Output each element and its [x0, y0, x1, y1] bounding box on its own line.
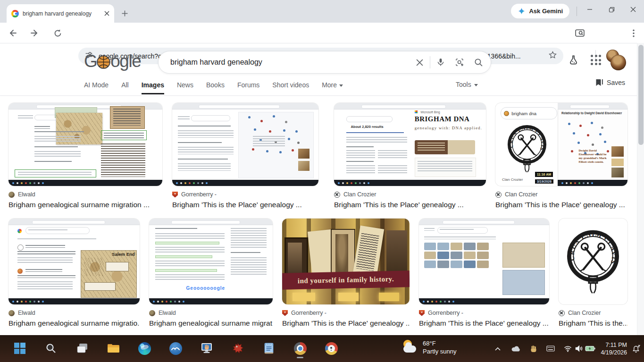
tab-ai-mode[interactable]: AI Mode: [84, 81, 109, 94]
browser-tab-strip: brigham harvard genealogy Ask Gemini: [0, 0, 644, 23]
result-thumbnail[interactable]: CRUX ENIM CLAVIS: [559, 219, 627, 304]
result-title[interactable]: Brigham 'This is the Place' genealogy ..…: [495, 201, 627, 209]
bookmark-star-icon[interactable]: [549, 51, 557, 61]
task-view-icon[interactable]: [73, 339, 92, 358]
tab-more[interactable]: More: [322, 81, 343, 94]
notepad-icon[interactable]: [259, 339, 278, 358]
scrollbar-thumb[interactable]: [638, 45, 644, 145]
result-title[interactable]: Brigham 'This is the Place' genealogy ..…: [419, 319, 549, 328]
browser-menu-icon[interactable]: [627, 27, 640, 39]
taskbar-weather-widget[interactable]: 68°F Partly sunny: [402, 339, 457, 355]
clear-search-icon[interactable]: [410, 53, 429, 72]
tab-short-videos[interactable]: Short videos: [272, 81, 309, 94]
page-scrollbar[interactable]: [637, 43, 644, 335]
edge-browser-icon[interactable]: [135, 339, 154, 358]
touch-keyboard-icon[interactable]: [545, 341, 556, 356]
mini-taskbar: [419, 298, 549, 304]
result-thumbnail[interactable]: ind yourself in family history.: [282, 219, 410, 304]
chrome-browser-icon[interactable]: [291, 339, 309, 358]
close-window-button[interactable]: [622, 0, 644, 19]
tab-books[interactable]: Books: [206, 81, 225, 94]
result-source[interactable]: Gorrenberry -: [172, 191, 318, 198]
onedrive-cloud-icon[interactable]: [510, 341, 521, 356]
vnc-viewer-icon[interactable]: [197, 339, 216, 358]
mini-taskbar: [172, 180, 318, 186]
back-button[interactable]: [7, 27, 19, 39]
brigham-dna-heading: BRIGHAM DNA: [415, 115, 470, 123]
taskbar-clock[interactable]: 7:11 PM 4/19/2026: [601, 341, 627, 356]
wifi-icon[interactable]: [562, 341, 573, 356]
result-source[interactable]: Clan Crozier: [559, 310, 627, 316]
result-thumbnail[interactable]: brigham dna CRUX ENIM CLAVIS Clan Crozie…: [495, 103, 627, 186]
voice-search-icon[interactable]: [431, 53, 450, 72]
maximize-button[interactable]: [601, 0, 622, 19]
privacy-browser-icon[interactable]: [322, 339, 341, 358]
side-panel-search-icon[interactable]: [574, 27, 586, 39]
system-tray: 7:11 PM 4/19/2026: [492, 335, 644, 362]
result-source[interactable]: Clan Crozier: [495, 191, 627, 198]
battery-icon[interactable]: [585, 341, 596, 356]
openoffice-icon[interactable]: [166, 339, 185, 358]
result-source[interactable]: Gorrenberry -: [419, 310, 549, 316]
result-title[interactable]: Brigham 'This is the...: [559, 319, 627, 328]
google-doodle-logo[interactable]: G ogle: [84, 51, 141, 71]
mini-search-query: brigham dna: [511, 111, 536, 116]
taskbar-search-icon[interactable]: [42, 339, 60, 358]
account-avatar[interactable]: [611, 55, 626, 70]
mini-tree-title: Relationship to Dwight David Eisenhower: [561, 111, 625, 115]
basketball-doodle-icon: [96, 55, 111, 69]
tab-forums[interactable]: Forums: [237, 81, 259, 94]
tab-news[interactable]: News: [177, 81, 193, 94]
new-tab-button[interactable]: [119, 8, 130, 19]
notification-bell-dnd-icon[interactable]: [631, 341, 642, 356]
labs-icon[interactable]: [568, 55, 579, 66]
result-title[interactable]: Brigham 'This is the Place' genealogy ..…: [172, 201, 318, 209]
browser-tab[interactable]: brigham harvard genealogy: [7, 4, 114, 23]
result-title[interactable]: Brigham genealogical surname migratio...: [8, 319, 140, 328]
result-thumbnail[interactable]: [419, 219, 549, 304]
titlebar-separator: [577, 7, 577, 16]
result-thumbnail[interactable]: Salem End: [8, 219, 140, 304]
result-thumbnail[interactable]: Geooooooogle: [149, 219, 273, 304]
tab-images[interactable]: Images: [142, 81, 164, 94]
clan-crest-graphic: CRUX ENIM CLAVIS: [562, 225, 624, 300]
result-source[interactable]: Elwald: [149, 310, 273, 316]
result-title[interactable]: Brigham genealogical surname migrat...: [149, 319, 273, 328]
search-query[interactable]: brigham harvard genealogy: [170, 58, 410, 67]
result-source[interactable]: Gorrenberry -: [282, 310, 410, 316]
volume-icon[interactable]: [573, 341, 585, 356]
banner-ribbon: ind yourself in family history.: [282, 270, 410, 289]
image-result-card: About 2,820 results Microsoft Bing BRIGH…: [334, 103, 486, 209]
tab-all[interactable]: All: [121, 81, 129, 94]
red-monster-app-icon[interactable]: [228, 339, 247, 358]
file-explorer-icon[interactable]: [104, 339, 123, 358]
tools-button[interactable]: Tools: [456, 81, 478, 88]
ask-gemini-button[interactable]: Ask Gemini: [511, 4, 569, 18]
saves-button[interactable]: Saves: [595, 79, 625, 86]
result-title[interactable]: Brigham genealogical surname migration .…: [8, 201, 162, 209]
result-source[interactable]: Elwald: [8, 191, 162, 198]
forward-button[interactable]: [28, 27, 41, 39]
result-thumbnail[interactable]: [172, 103, 318, 186]
result-source[interactable]: Clan Crozier: [334, 191, 486, 198]
result-title[interactable]: Brigham 'This is the Place' genealogy ..…: [334, 201, 486, 209]
source-favicon-icon: [282, 310, 288, 316]
result-thumbnail[interactable]: About 2,820 results Microsoft Bing BRIGH…: [334, 103, 486, 186]
mini-clan-crozier-label: Clan Crozier: [502, 177, 523, 182]
result-thumbnail[interactable]: [8, 103, 162, 186]
result-source[interactable]: Elwald: [8, 310, 140, 316]
search-category-tabs: AI Mode All Images News Books Forums Sho…: [84, 78, 343, 94]
result-title[interactable]: Brigham 'This is the Place' genealogy ..…: [282, 319, 410, 328]
taskbar-app-icons: [10, 339, 341, 358]
bookmark-icon: [595, 79, 603, 86]
hand-tool-tray-icon[interactable]: [528, 341, 539, 356]
search-submit-icon[interactable]: [469, 53, 488, 72]
search-box[interactable]: brigham harvard genealogy: [158, 51, 491, 74]
tab-close-icon[interactable]: [104, 11, 109, 16]
lens-search-icon[interactable]: [450, 53, 469, 72]
google-apps-grid-icon[interactable]: [591, 55, 601, 65]
start-button[interactable]: [10, 339, 29, 358]
minimize-button[interactable]: [579, 0, 601, 19]
tray-chevron-up-icon[interactable]: [492, 341, 503, 356]
reload-button[interactable]: [51, 27, 64, 39]
